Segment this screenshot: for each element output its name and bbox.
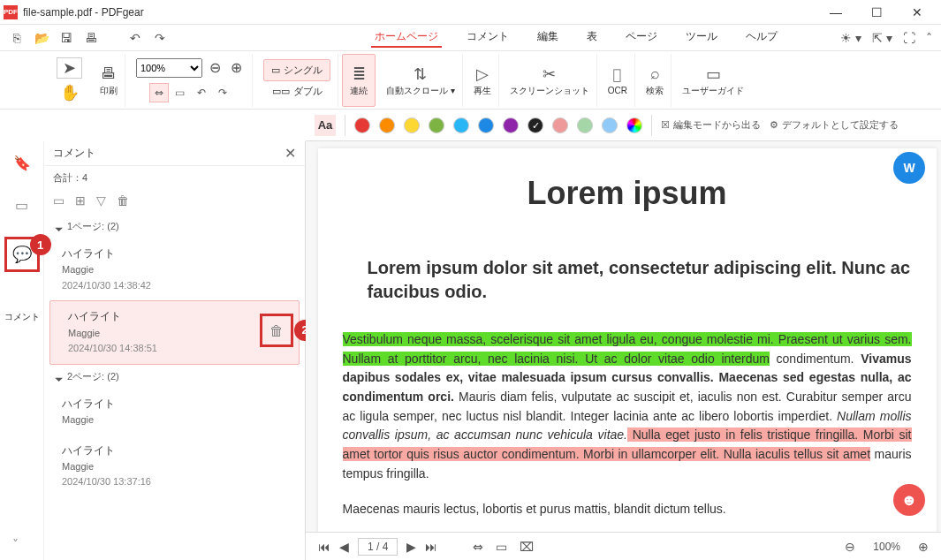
menu-tool[interactable]: ツール (682, 27, 721, 48)
panel-close-icon[interactable]: ✕ (285, 145, 296, 162)
color-pink[interactable] (552, 117, 568, 133)
autoscroll-icon[interactable]: ⇅ (414, 64, 427, 85)
bookmark-rail-icon[interactable]: 🔖 (11, 152, 33, 173)
zoom-in-status[interactable]: ⊕ (918, 540, 929, 554)
comment-item[interactable]: ハイライト Maggie (44, 389, 305, 435)
view-double-button[interactable]: ▭▭ダブル (265, 81, 330, 102)
first-page-button[interactable]: ⏮ (318, 540, 330, 554)
view-single-button[interactable]: ▭シングル (263, 59, 330, 81)
doc-heading-1: Lorem ipsum (343, 175, 912, 212)
color-green[interactable] (429, 117, 444, 133)
undo-icon[interactable]: ↶ (127, 30, 143, 46)
fullscreen-icon[interactable]: ⛶ (903, 31, 915, 45)
zoom-out-button[interactable]: ⊖ (206, 59, 224, 77)
menu-help[interactable]: ヘルプ (742, 27, 781, 48)
color-red[interactable] (354, 117, 370, 133)
share-icon[interactable]: ⇱ ▾ (872, 31, 892, 45)
ai-chat-button[interactable]: ☻ (893, 484, 925, 516)
color-blue[interactable] (478, 117, 494, 133)
doc-heading-2: Lorem ipsum dolor sit amet, consectetur … (343, 256, 912, 304)
next-page-button[interactable]: ▶ (406, 540, 416, 554)
panel-title: コメント (53, 146, 95, 161)
ribbon: ➤ ✋ 🖶 印刷 100% ⊖ ⊕ ⇔ ▭ ↶ ↷ ▭シングル ▭▭ダブル ≣ … (0, 51, 941, 110)
menu-edit[interactable]: 編集 (534, 27, 562, 48)
comment-panel: コメント ✕ 合計：4 ▭ ⊞ ▽ 🗑 1ページ: (2) ハイライト Magg… (44, 141, 306, 560)
ocr-label: OCR (608, 86, 627, 95)
menu-page[interactable]: ページ (622, 27, 661, 48)
play-label: 再生 (474, 85, 491, 97)
delete-comment-button[interactable]: 🗑 2 (260, 314, 293, 347)
open-file-icon[interactable]: 📂 (34, 30, 49, 46)
total-count: 合計：4 (44, 166, 305, 190)
print-quick-icon[interactable]: 🖶 (83, 30, 99, 46)
left-rail: 🔖 ▭ 💬 1 コメント (0, 141, 44, 560)
page-group-2[interactable]: 2ページ: (2) (44, 365, 305, 389)
minimize-button[interactable]: — (816, 0, 856, 25)
last-page-button[interactable]: ⏭ (425, 540, 437, 554)
cursor-icon[interactable]: ➤ (57, 57, 82, 79)
comment-item-selected[interactable]: ハイライト Maggie 2024/10/30 14:38:51 🗑 2 (49, 300, 300, 364)
set-default-button[interactable]: ⚙デフォルトとして設定する (770, 118, 899, 132)
rotate-right-icon[interactable]: ↷ (213, 83, 232, 102)
menu-table[interactable]: 表 (583, 27, 601, 48)
fit-view-2-icon[interactable]: ▭ (496, 540, 507, 554)
zoom-in-button[interactable]: ⊕ (227, 59, 245, 77)
collapse-all-icon[interactable]: ▭ (53, 193, 65, 208)
search-label: 検索 (646, 85, 664, 97)
menu-home[interactable]: ホームページ (371, 27, 442, 48)
continuous-icon[interactable]: ≣ (353, 64, 366, 85)
doc-paragraph-1: Vestibulum neque massa, scelerisque sit … (343, 330, 912, 484)
color-skyblue[interactable] (602, 117, 618, 133)
zoom-out-status[interactable]: ⊖ (845, 540, 855, 554)
play-icon[interactable]: ▷ (476, 64, 489, 85)
fit-view-1-icon[interactable]: ⇔ (473, 540, 483, 554)
rotate-left-icon[interactable]: ↶ (192, 83, 211, 102)
exit-edit-button[interactable]: ☒編集モードから出る (661, 118, 761, 132)
export-word-button[interactable]: W (893, 152, 925, 184)
maximize-button[interactable]: ☐ (856, 0, 897, 25)
comment-rail-wrap: 💬 1 コメント (4, 237, 40, 272)
zoom-level: 100% (873, 541, 900, 553)
screenshot-label: スクリーンショット (510, 85, 589, 97)
prev-page-button[interactable]: ◀ (339, 540, 349, 554)
comment-item[interactable]: ハイライト Maggie 2024/10/30 13:37:16 (44, 435, 305, 497)
menu-comment[interactable]: コメント (463, 27, 512, 48)
text-style-icon[interactable]: Aa (315, 115, 336, 136)
save-icon[interactable]: 🖫 (58, 30, 74, 46)
color-black[interactable] (527, 117, 543, 133)
page-indicator[interactable]: 1 / 4 (358, 538, 398, 556)
guide-label: ユーザーガイド (682, 85, 744, 97)
fit-view-3-icon[interactable]: ⌧ (520, 540, 534, 554)
delete-all-icon[interactable]: 🗑 (117, 193, 129, 208)
color-picker[interactable] (626, 117, 642, 133)
hand-icon[interactable]: ✋ (60, 82, 80, 103)
expand-all-icon[interactable]: ⊞ (75, 193, 86, 208)
zoom-select[interactable]: 100% (136, 58, 202, 78)
redo-icon[interactable]: ↷ (152, 30, 168, 46)
color-orange[interactable] (379, 117, 395, 133)
comment-item[interactable]: ハイライト Maggie 2024/10/30 14:38:42 (44, 238, 305, 300)
color-yellow[interactable] (404, 117, 420, 133)
search-icon[interactable]: ⌕ (650, 64, 660, 85)
comment-rail-label: コメント (4, 311, 40, 323)
page-group-1[interactable]: 1ページ: (2) (44, 215, 305, 238)
fit-width-icon[interactable]: ⇔ (149, 83, 169, 102)
color-purple[interactable] (503, 117, 519, 133)
print-icon[interactable]: 🖶 (101, 64, 117, 85)
screenshot-icon[interactable]: ✂ (543, 64, 556, 85)
new-file-icon[interactable]: ⎘ (9, 30, 25, 46)
color-lightblue[interactable] (453, 117, 469, 133)
document-viewport[interactable]: Lorem ipsum Lorem ipsum dolor sit amet, … (306, 141, 941, 560)
comment-rail-button[interactable]: 💬 1 (4, 237, 40, 272)
fit-page-icon[interactable]: ▭ (171, 83, 190, 102)
quick-toolbar: ⎘ 📂 🖫 🖶 ↶ ↷ ホームページ コメント 編集 表 ページ ツール ヘルプ… (0, 25, 941, 51)
collapse-rail-icon[interactable]: ˅ (12, 537, 19, 551)
color-lightgreen[interactable] (577, 117, 593, 133)
filter-icon[interactable]: ▽ (96, 193, 106, 208)
thumbnail-rail-icon[interactable]: ▭ (11, 194, 33, 216)
close-window-button[interactable]: ✕ (897, 0, 937, 25)
guide-icon[interactable]: ▭ (706, 64, 721, 85)
theme-icon[interactable]: ☀ ▾ (840, 31, 861, 45)
collapse-ribbon-icon[interactable]: ˄ (926, 31, 932, 45)
ocr-icon[interactable]: ⌷ (612, 64, 622, 86)
